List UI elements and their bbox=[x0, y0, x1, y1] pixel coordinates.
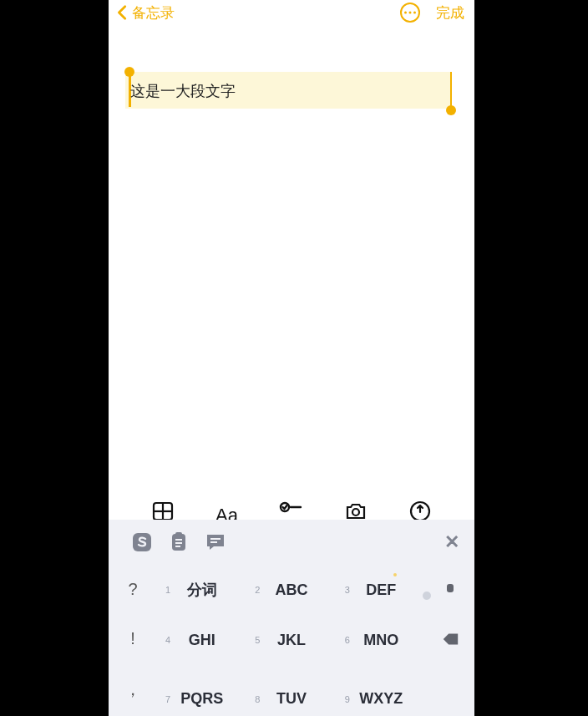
format-toolbar: Aa bbox=[109, 490, 474, 520]
clipboard-icon[interactable] bbox=[160, 531, 197, 553]
key-7[interactable]: 7PQRS bbox=[157, 666, 246, 716]
key-3[interactable]: 3DEF bbox=[337, 565, 426, 615]
svg-point-1 bbox=[404, 12, 407, 14]
voice-input-key[interactable] bbox=[447, 584, 454, 592]
camera-icon[interactable] bbox=[344, 493, 368, 520]
more-options-button[interactable] bbox=[399, 2, 421, 23]
note-editor[interactable]: 这是一大段文字 bbox=[109, 25, 474, 490]
symbol-key-question[interactable]: ? bbox=[128, 580, 137, 599]
sogou-icon[interactable] bbox=[124, 531, 160, 553]
symbol-key-comma[interactable]: ， bbox=[124, 678, 141, 701]
selection-handle-start[interactable] bbox=[124, 67, 134, 77]
key-2[interactable]: 2ABC bbox=[246, 565, 336, 615]
keyboard: ✕ ? ! ， 1分词 2ABC 3DEF 4GHI bbox=[109, 520, 474, 716]
svg-point-9 bbox=[352, 509, 359, 515]
close-keyboard-button[interactable]: ✕ bbox=[444, 531, 459, 553]
done-button[interactable]: 完成 bbox=[436, 3, 464, 23]
key-4[interactable]: 4GHI bbox=[157, 615, 246, 665]
back-label: 备忘录 bbox=[132, 3, 175, 23]
back-button[interactable]: 备忘录 bbox=[114, 3, 175, 23]
text-format-icon[interactable]: Aa bbox=[215, 506, 238, 520]
chat-icon[interactable] bbox=[197, 531, 234, 553]
markup-icon[interactable] bbox=[408, 493, 432, 520]
svg-point-3 bbox=[413, 12, 416, 14]
backspace-key[interactable] bbox=[441, 630, 459, 652]
selection-handle-end[interactable] bbox=[446, 105, 456, 115]
note-text: 这是一大段文字 bbox=[130, 81, 236, 101]
svg-point-2 bbox=[409, 12, 412, 14]
key-5[interactable]: 5JKL bbox=[246, 615, 336, 665]
svg-rect-13 bbox=[175, 532, 182, 536]
checklist-icon[interactable] bbox=[279, 493, 302, 520]
table-icon[interactable] bbox=[151, 493, 175, 520]
symbol-key-exclaim[interactable]: ! bbox=[130, 629, 135, 648]
key-9[interactable]: 9WXYZ bbox=[337, 666, 426, 716]
key-1[interactable]: 1分词 bbox=[157, 565, 246, 615]
key-6[interactable]: 6MNO bbox=[337, 615, 426, 665]
selection-caret-end[interactable] bbox=[450, 72, 453, 107]
key-8[interactable]: 8TUV bbox=[246, 666, 336, 716]
